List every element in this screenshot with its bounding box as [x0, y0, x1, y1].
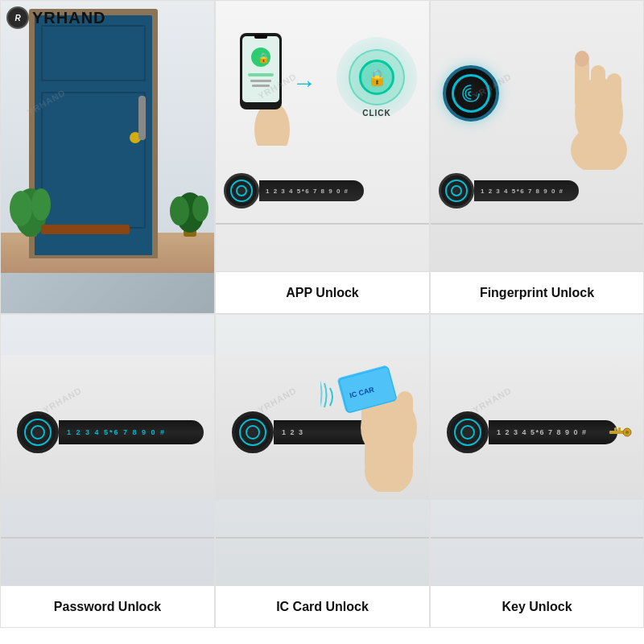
- svg-rect-19: [607, 73, 621, 118]
- svg-point-2: [10, 191, 32, 226]
- fp-rosette: [439, 173, 474, 208]
- key-scene: 1 2 3 4 5*6 7 8 9 0 #: [431, 315, 643, 587]
- door-mat: [41, 225, 130, 234]
- app-fp-inner: [236, 185, 247, 196]
- plant-right: [170, 172, 210, 237]
- key-handle-bar: 1 2 3 4 5*6 7 8 9 0 #: [489, 420, 617, 444]
- svg-point-34: [625, 431, 629, 434]
- svg-point-22: [575, 51, 589, 67]
- fp-big-ring: [452, 74, 490, 113]
- svg-rect-20: [591, 65, 605, 114]
- fp-handle-bar: 1 2 3 4 5*6 7 8 9 0 #: [474, 180, 579, 201]
- svg-rect-35: [614, 427, 617, 431]
- click-label: CLICK: [362, 109, 391, 118]
- pw-unlock-label: Password Unlock: [1, 585, 214, 627]
- key-fp-inner: [460, 425, 475, 440]
- cell-app-unlock: 1 2 3 4 5*6 7 8 9 0 # 🔒: [215, 0, 430, 314]
- fp-unlock-label: Fingerprint Unlock: [431, 271, 643, 313]
- finger-hand-svg: [539, 25, 635, 170]
- app-rosette: [224, 173, 259, 208]
- main-grid: YRHAND 1 2 3 4 5*6 7 8 9 0 #: [0, 0, 644, 644]
- svg-text:🔒: 🔒: [258, 52, 270, 64]
- glow-inner: 🔒: [359, 60, 394, 95]
- app-handle-bar: 1 2 3 4 5*6 7 8 9 0 #: [259, 180, 364, 201]
- pw-rosette: [17, 411, 59, 453]
- glow-lock-container: 🔒 CLICK: [336, 37, 417, 118]
- pw-handle-bar: 1 2 3 4 5*6 7 8 9 0 #: [59, 420, 204, 444]
- logo-icon: R: [6, 6, 29, 29]
- pw-lock-handle: 1 2 3 4 5*6 7 8 9 0 #: [17, 411, 204, 453]
- fp-big-rosette: [443, 65, 499, 122]
- cell-iccard-unlock: 1 2 3 IC CAR: [215, 314, 430, 628]
- svg-rect-16: [254, 35, 267, 39]
- fp-icon-svg: [460, 82, 482, 105]
- key-floor: [431, 537, 643, 539]
- hand-phone: 🔒: [228, 17, 292, 149]
- ic-fp-inner: [246, 425, 260, 440]
- svg-rect-13: [248, 73, 274, 76]
- app-scene: 1 2 3 4 5*6 7 8 9 0 # 🔒: [216, 1, 429, 273]
- fp-floor: [431, 223, 643, 225]
- fp-scene: 1 2 3 4 5*6 7 8 9 0 #: [431, 1, 643, 273]
- pw-rosette-ring: [24, 419, 52, 446]
- svg-rect-14: [250, 80, 271, 82]
- svg-rect-26: [397, 391, 413, 431]
- cell-fingerprint-unlock: 1 2 3 4 5*6 7 8 9 0 #: [430, 0, 644, 314]
- door-panel-top: [41, 25, 146, 81]
- ic-rosette: [232, 411, 274, 453]
- door-scene: [1, 1, 214, 273]
- app-rosette-ring: [230, 180, 253, 202]
- cell-door: YRHAND: [0, 0, 215, 314]
- cell-password-unlock: 1 2 3 4 5*6 7 8 9 0 # Password Unlock YR…: [0, 314, 215, 628]
- arrow-icon: →: [292, 69, 316, 97]
- pw-floor: [1, 537, 214, 539]
- fp-big-rosette-container: [443, 65, 499, 122]
- fp-rosette-ring: [445, 180, 468, 202]
- app-floor-line: [216, 223, 429, 225]
- key-rosette-ring: [454, 419, 481, 446]
- glow-outer: 🔒 CLICK: [336, 37, 417, 118]
- ic-unlock-label: IC Card Unlock: [216, 585, 429, 627]
- ic-floor: [216, 537, 429, 539]
- svg-point-3: [31, 188, 51, 221]
- svg-rect-10: [242, 36, 279, 102]
- fp-keypad-text: 1 2 3 4 5*6 7 8 9 0 #: [481, 188, 564, 195]
- pw-keypad-text: 1 2 3 4 5*6 7 8 9 0 #: [67, 428, 166, 436]
- pw-fp-inner: [31, 425, 45, 440]
- pw-scene: 1 2 3 4 5*6 7 8 9 0 #: [1, 315, 214, 587]
- app-keypad-text: 1 2 3 4 5*6 7 8 9 0 #: [266, 188, 349, 195]
- brand-name: YRHAND: [32, 9, 106, 27]
- ic-keypad-text: 1 2 3: [282, 428, 304, 436]
- ic-scene: 1 2 3 IC CAR: [216, 315, 429, 587]
- app-unlock-label: APP Unlock: [216, 271, 429, 313]
- svg-point-7: [192, 196, 208, 221]
- key-lock-handle: 1 2 3 4 5*6 7 8 9 0 #: [447, 411, 617, 453]
- cell-key-unlock: 1 2 3 4 5*6 7 8 9 0 # Key Unlock YRHAND: [430, 314, 644, 628]
- logo-area: R YRHAND: [6, 6, 106, 29]
- key-unlock-label: Key Unlock: [431, 585, 643, 627]
- fp-lock-handle: 1 2 3 4 5*6 7 8 9 0 #: [439, 173, 579, 208]
- glow-mid: 🔒: [349, 49, 405, 105]
- key-rosette: [447, 411, 489, 453]
- svg-point-6: [170, 196, 189, 225]
- ic-hand-svg: IC CAR: [320, 331, 425, 492]
- key-keypad-text: 1 2 3 4 5*6 7 8 9 0 #: [497, 428, 588, 436]
- hand-svg: 🔒: [228, 17, 292, 146]
- key-svg: [609, 424, 632, 440]
- door-panel-bottom: [41, 92, 146, 229]
- ic-rosette-ring: [239, 419, 266, 446]
- app-lock-handle: 1 2 3 4 5*6 7 8 9 0 #: [224, 173, 364, 208]
- svg-rect-36: [618, 427, 621, 432]
- fp-inner: [451, 185, 462, 196]
- door-lock-strip: [138, 96, 146, 140]
- svg-rect-15: [252, 85, 270, 87]
